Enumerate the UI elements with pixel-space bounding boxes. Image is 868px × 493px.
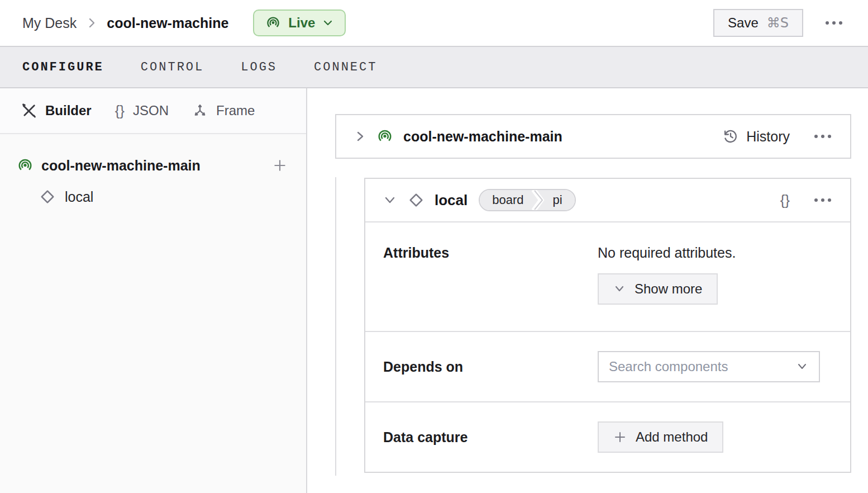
data-capture-label: Data capture [383, 429, 598, 445]
show-more-button[interactable]: Show more [598, 273, 718, 305]
view-frame[interactable]: Frame [192, 103, 255, 118]
tree-machine-label: cool-new-machine-main [41, 158, 201, 174]
machine-card-actions: History [723, 129, 834, 145]
live-status-dropdown[interactable]: Live [253, 10, 346, 36]
chevron-down-icon [322, 17, 333, 29]
depends-on-placeholder: Search components [609, 359, 728, 375]
add-method-label: Add method [636, 429, 708, 445]
view-frame-label: Frame [216, 103, 255, 118]
component-name: local [435, 192, 468, 209]
tab-control[interactable]: CONTROL [141, 60, 204, 74]
app-window: My Desk cool-new-machine Live Save [0, 0, 868, 493]
view-builder[interactable]: Builder [21, 103, 92, 118]
machine-broadcast-icon [17, 157, 34, 174]
header-overflow-menu-icon[interactable] [822, 18, 846, 28]
add-method-button[interactable]: Add method [598, 421, 723, 453]
config-sidebar: Builder {} JSON Frame [0, 88, 307, 493]
chevron-down-icon[interactable] [381, 192, 399, 208]
data-capture-section: Data capture Add method [365, 401, 850, 472]
frame-icon [192, 103, 208, 118]
pill-chevron-separator-icon [532, 189, 546, 211]
history-button-label: History [746, 129, 790, 145]
tab-connect[interactable]: CONNECT [314, 60, 377, 74]
save-button-label: Save [728, 15, 759, 31]
depends-on-label: Depends on [383, 359, 598, 375]
machine-part-card: cool-new-machine-main History [335, 114, 851, 159]
breadcrumb: My Desk cool-new-machine [22, 15, 228, 31]
live-broadcast-icon [265, 15, 281, 31]
diamond-icon [39, 188, 56, 205]
attributes-label: Attributes [383, 245, 598, 331]
machine-tabbar: CONFIGURE CONTROL LOGS CONNECT [0, 46, 868, 88]
card-connector-line [335, 177, 336, 476]
depends-on-select[interactable]: Search components [598, 351, 820, 382]
component-card-header: local board pi {} [365, 179, 850, 222]
component-tree: cool-new-machine-main local [0, 134, 306, 212]
config-main-panel: cool-new-machine-main History [307, 88, 868, 493]
component-type-pill: board pi [479, 189, 575, 211]
chevron-right-icon[interactable] [352, 127, 369, 145]
tree-local-label: local [65, 189, 93, 205]
breadcrumb-parent-link[interactable]: My Desk [22, 15, 77, 31]
view-toggle: Builder {} JSON Frame [0, 88, 306, 134]
braces-icon: {} [115, 102, 125, 120]
header-actions: Save ⌘S [713, 9, 846, 37]
attributes-empty-text: No required attributes. [598, 245, 736, 261]
edit-json-icon[interactable]: {} [780, 192, 790, 209]
tree-item-machine[interactable]: cool-new-machine-main [0, 150, 306, 181]
tree-item-local[interactable]: local [0, 181, 306, 212]
depends-on-section: Depends on Search components [365, 331, 850, 401]
save-button[interactable]: Save ⌘S [713, 9, 803, 37]
machine-broadcast-icon [376, 128, 393, 145]
add-component-icon[interactable] [270, 156, 289, 175]
machine-part-title: cool-new-machine-main [403, 129, 562, 145]
breadcrumb-current: cool-new-machine [107, 15, 228, 31]
tab-logs[interactable]: LOGS [241, 60, 277, 74]
save-shortcut-hint: ⌘S [767, 15, 789, 31]
component-type: board [480, 190, 531, 210]
chevron-right-icon [87, 17, 97, 29]
chevron-down-icon [613, 283, 626, 295]
content-area: Builder {} JSON Frame [0, 88, 868, 493]
machine-card-menu-icon[interactable] [811, 131, 834, 141]
plus-icon [613, 430, 627, 444]
live-badge-label: Live [288, 15, 315, 31]
component-card-actions: {} [780, 192, 834, 209]
tools-icon [21, 103, 37, 118]
component-card-local: local board pi {} [364, 178, 851, 473]
tab-configure[interactable]: CONFIGURE [22, 60, 104, 74]
component-card-menu-icon[interactable] [811, 195, 834, 205]
view-json-label: JSON [133, 103, 169, 118]
component-model: pi [546, 190, 575, 210]
view-builder-label: Builder [45, 103, 92, 118]
show-more-label: Show more [635, 281, 702, 297]
view-json[interactable]: {} JSON [115, 102, 169, 120]
chevron-down-icon [795, 361, 809, 372]
attributes-content: No required attributes. Show more [598, 245, 736, 331]
history-icon [723, 129, 738, 144]
diamond-icon [408, 192, 425, 208]
top-header: My Desk cool-new-machine Live Save [0, 0, 868, 46]
attributes-section: Attributes No required attributes. Show … [365, 222, 850, 331]
history-button[interactable]: History [723, 129, 790, 145]
